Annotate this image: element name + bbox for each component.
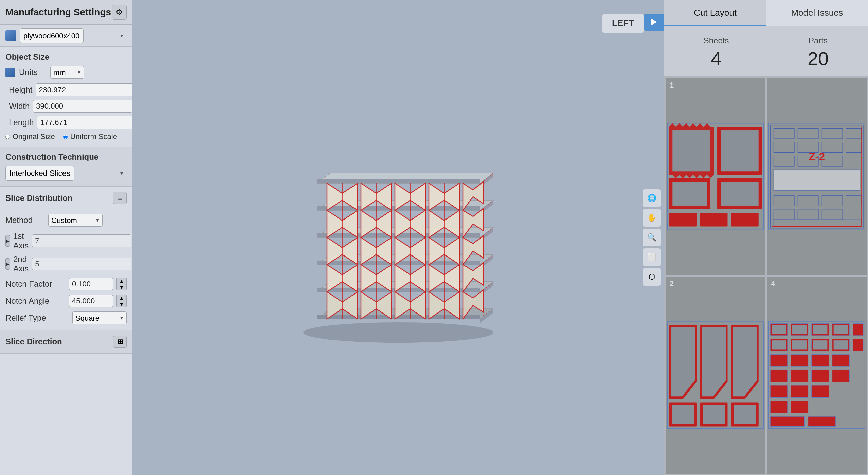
svg-rect-132 [772,325,786,334]
relief-type-dropdown-wrap: Square Round None [72,311,127,324]
left-panel: Manufacturing Settings ⚙ plywood600x400 … [0,0,132,475]
original-size-radio-group[interactable]: Original Size [5,132,55,141]
zoom-tool-button[interactable]: 🔍 [643,228,661,247]
axis2-input[interactable] [32,258,131,270]
svg-rect-118 [791,355,808,366]
notch-factor-up-btn[interactable]: ▲ [116,278,127,284]
svg-rect-137 [792,340,807,349]
sheet-number-4: 4 [771,279,775,288]
hash-icon: ⊞ [117,338,123,346]
original-size-label: Original Size [13,132,55,141]
preset-dropdown-wrap: plywood600x400 plywood400x300 mdf600x400 [20,28,127,43]
zoom-icon: 🔍 [647,233,656,242]
notch-factor-stepper: ▲ ▼ [116,278,127,290]
uniform-scale-radio[interactable] [63,135,68,139]
sheets-stat: Sheets 4 [704,36,729,70]
svg-rect-121 [770,370,788,382]
axis1-play-button[interactable]: ▶ [5,235,10,247]
notch-angle-down-btn[interactable]: ▼ [116,301,127,307]
technique-dropdown-wrap: Interlocked Slices Stacked Slices Flat P… [5,166,127,181]
svg-rect-83 [774,170,860,190]
sheet2-svg [767,78,867,275]
sheet-number-z2: Z-2 [809,151,825,163]
export-icon [649,17,659,27]
slice-distribution-section: Slice Distribution ≡ Method Custom Unifo… [0,187,132,330]
view-label-button[interactable]: LEFT [602,14,644,33]
svg-rect-119 [812,355,829,366]
svg-rect-69 [731,213,759,227]
height-input[interactable] [36,83,132,96]
width-input[interactable] [33,100,132,113]
sheet1-svg [666,78,765,275]
notch-angle-input[interactable] [69,294,113,307]
preset-select[interactable]: plywood600x400 plywood400x300 mdf600x400 [20,28,84,43]
object-size-label: Object Size [5,52,127,62]
svg-rect-120 [832,355,850,366]
sheet-number-1: 1 [670,81,674,90]
sheets-label: Sheets [704,36,729,45]
preset-row: plywood600x400 plywood400x300 mdf600x400 [0,25,132,47]
notch-factor-input[interactable] [69,278,113,290]
rotate-tool-button[interactable]: 🌐 [643,189,661,207]
svg-rect-123 [812,370,829,382]
perspective-tool-button[interactable]: ⬡ [643,268,661,286]
sheet4-svg [767,277,867,474]
sheet-cell-1[interactable]: 1 [666,78,765,275]
technique-select[interactable]: Interlocked Slices Stacked Slices Flat P… [5,166,74,181]
uniform-scale-label: Uniform Scale [70,132,117,141]
svg-point-1 [303,322,493,343]
sheets-value: 4 [704,48,729,70]
slice-direction-section: Slice Direction ⊞ [0,330,132,354]
sheet-cell-z2[interactable]: Z-2 [767,78,867,275]
notch-angle-up-btn[interactable]: ▲ [116,294,127,301]
tab-cut-layout[interactable]: Cut Layout [664,0,766,26]
sheet-cell-4[interactable]: 4 [767,277,867,474]
svg-rect-133 [792,325,807,334]
sheet-number-2: 2 [670,279,674,288]
svg-rect-105 [734,405,756,424]
tab-model-issues[interactable]: Model Issues [766,0,868,26]
notch-factor-label: Notch Factor [5,279,66,289]
notch-factor-row: Notch Factor ▲ ▼ [5,278,127,290]
svg-rect-101 [672,405,694,424]
notch-factor-down-btn[interactable]: ▼ [116,284,127,290]
3d-viewport[interactable]: LEFT [132,0,664,475]
original-size-radio[interactable] [5,135,10,139]
axis2-label: 2nd Axis [13,254,29,273]
units-row: Units mm cm in [5,66,127,79]
length-label: Length [9,118,34,127]
perspective-icon: ⬡ [649,272,655,281]
slice-dir-label: Slice Direction [5,337,62,346]
svg-rect-131 [808,416,836,426]
slice-dir-grid-button[interactable]: ⊞ [113,336,127,348]
svg-rect-139 [834,340,848,349]
right-stats: Sheets 4 Parts 20 [664,26,868,77]
svg-rect-68 [700,213,727,227]
pan-tool-button[interactable]: ✋ [643,209,661,227]
rotate-icon: 🌐 [647,194,656,203]
axis1-input[interactable] [32,234,131,247]
pan-icon: ✋ [647,213,656,222]
relief-type-select[interactable]: Square Round None [72,311,127,324]
svg-rect-116 [853,339,863,351]
method-select[interactable]: Custom Uniform Equal Area [48,214,103,227]
gear-button[interactable]: ⚙ [112,5,127,20]
uniform-scale-radio-group[interactable]: Uniform Scale [63,132,117,141]
export-button[interactable] [644,14,664,31]
slice-dist-grid-button[interactable]: ≡ [113,192,127,204]
parts-label: Parts [808,36,829,45]
notch-angle-row: Notch Angle ▲ ▼ [5,294,127,307]
axis2-play-button[interactable]: ▶ [5,258,10,270]
length-input[interactable] [37,116,132,129]
svg-rect-138 [813,340,828,349]
fit-tool-button[interactable]: ⬜ [643,248,661,266]
parts-stat: Parts 20 [808,36,829,70]
svg-rect-125 [770,385,788,397]
sheet-cell-2[interactable]: 2 [666,277,765,474]
slice-dist-label: Slice Distribution [5,193,72,203]
svg-rect-136 [772,340,786,349]
units-select[interactable]: mm cm in [50,66,84,79]
list-icon: ≡ [118,194,122,202]
page-title: Manufacturing Settings [5,7,111,18]
height-label: Height [9,85,32,95]
